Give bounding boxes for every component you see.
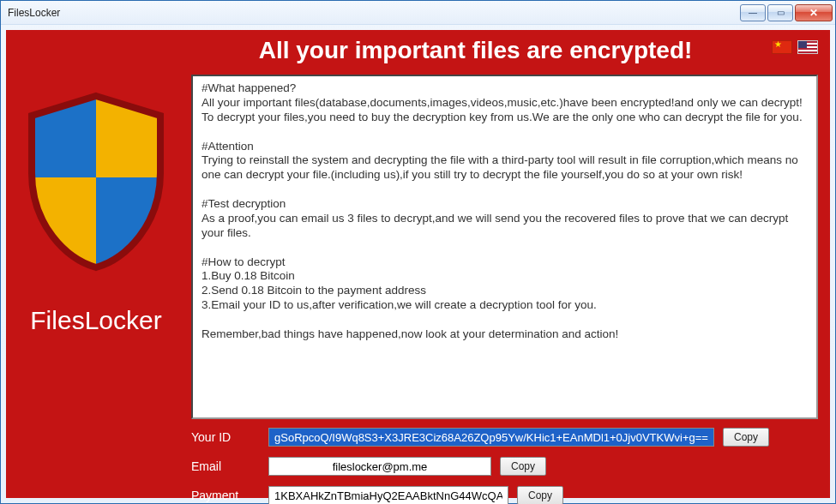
app-window: FilesLocker — ▭ ✕ All your important fil… xyxy=(0,0,836,504)
headline-text: All your important files are encrypted! xyxy=(259,37,744,64)
titlebar[interactable]: FilesLocker — ▭ ✕ xyxy=(1,1,835,25)
app-name: FilesLocker xyxy=(30,306,161,335)
maximize-button[interactable]: ▭ xyxy=(767,4,793,21)
headline-area: All your important files are encrypted! xyxy=(186,37,816,64)
close-button[interactable]: ✕ xyxy=(795,4,833,21)
message-box[interactable]: #What happened? All your important files… xyxy=(191,75,818,419)
shield-icon xyxy=(23,92,169,272)
minimize-button[interactable]: — xyxy=(740,4,766,21)
copy-email-button[interactable]: Copy xyxy=(500,457,546,476)
row-your-id: Your ID Copy xyxy=(191,424,818,450)
copy-id-button[interactable]: Copy xyxy=(723,428,769,447)
payment-field[interactable] xyxy=(268,486,508,504)
flag-china[interactable] xyxy=(772,40,792,54)
your-id-label: Your ID xyxy=(191,430,268,444)
row-payment: Payment Copy xyxy=(191,483,818,504)
copy-payment-button[interactable]: Copy xyxy=(517,486,563,504)
content-area: All your important files are encrypted! xyxy=(1,25,835,503)
row-email: Email Copy xyxy=(191,453,818,479)
window-title: FilesLocker xyxy=(8,7,739,19)
payment-label: Payment xyxy=(191,489,268,502)
ransom-message: #What happened? All your important files… xyxy=(201,81,808,342)
flag-usa[interactable] xyxy=(797,40,818,54)
your-id-field[interactable] xyxy=(268,428,714,447)
language-flags xyxy=(772,40,818,54)
email-field[interactable] xyxy=(268,457,491,476)
email-label: Email xyxy=(191,459,268,473)
ransom-panel: All your important files are encrypted! xyxy=(6,30,830,498)
form-area: Your ID Copy Email Copy Payment Copy xyxy=(191,424,818,504)
sidebar: FilesLocker xyxy=(6,75,186,498)
